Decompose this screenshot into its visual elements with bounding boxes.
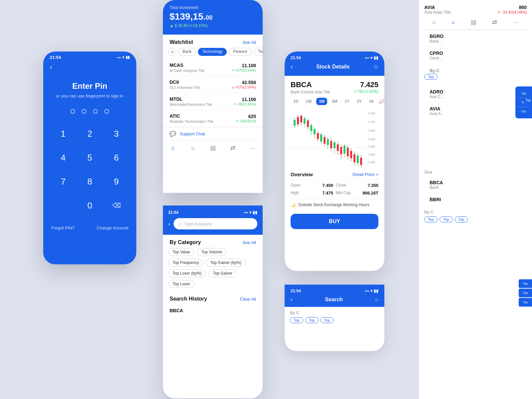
key-delete[interactable]: ⌫ — [106, 195, 127, 216]
svg-rect-39 — [343, 146, 345, 154]
svg-rect-45 — [353, 154, 355, 162]
svg-rect-29 — [327, 139, 329, 145]
search-battery-icon: ▮▮ — [253, 210, 257, 215]
right-bbri-item[interactable]: BBRI — [424, 194, 527, 206]
bs-tags: Top Top Top — [290, 317, 379, 323]
tag-top-gainer[interactable]: Top Gainer — [208, 269, 237, 277]
watchlist-see-all[interactable]: See All — [243, 40, 256, 45]
bookmark-icon[interactable]: ☆ — [373, 63, 378, 70]
total-dollars: $139,15. — [170, 11, 206, 22]
change-account-link[interactable]: Change Account — [97, 225, 128, 230]
time-5y[interactable]: 5Y — [354, 98, 364, 105]
svg-rect-17 — [307, 120, 309, 127]
right-sea-label: Sea — [424, 170, 527, 175]
right-avia-price: 860 — [497, 5, 527, 10]
svg-text:7.200: 7.200 — [368, 161, 375, 164]
tag-technology[interactable]: Technology — [198, 48, 227, 56]
more-nav-icon[interactable]: ⋯ — [249, 144, 257, 152]
support-chat[interactable]: 💬 Support Chat — [163, 127, 263, 140]
key-6[interactable]: 6 — [106, 147, 127, 168]
key-5[interactable]: 5 — [79, 147, 100, 168]
right-avia2-item[interactable]: AVIA Avia A... — [424, 103, 527, 120]
bs-tag-1[interactable]: Top — [290, 317, 303, 323]
right-bgro-item[interactable]: BGRO Bank... — [424, 30, 527, 47]
right-tag-top-a[interactable]: Top — [424, 216, 438, 222]
svg-rect-13 — [300, 116, 302, 122]
bs-page-title: Search — [325, 297, 342, 303]
key-8[interactable]: 8 — [79, 171, 100, 192]
key-3[interactable]: 3 — [106, 123, 127, 144]
right-more-icon[interactable]: ⋯ — [513, 19, 519, 26]
bottom-search-card: 21:54 ▪▪▪ ▾ ▮▮ ‹ Search ⌕ By C Top Top T… — [285, 285, 384, 351]
by-category-title: By Category — [170, 239, 201, 245]
right-tag-1[interactable]: Top — [424, 74, 438, 80]
tag-bank[interactable]: Bank — [178, 48, 196, 56]
chart-type-icon[interactable]: 📈 — [379, 99, 384, 104]
tag-top-loser-pct[interactable]: Top Loser (by%) — [168, 269, 206, 277]
right-adro-item[interactable]: ADRO Ace C... — [424, 86, 527, 103]
portfolio-nav-icon[interactable]: ▤ — [209, 144, 217, 152]
home-nav-icon[interactable]: ⌂ — [169, 144, 177, 152]
bs-search-icon[interactable]: ⌕ — [375, 297, 378, 303]
add-tag-button[interactable]: + — [168, 48, 176, 56]
stock-item-mcas[interactable]: MCAS M Cash Integrasi Tbk. 11.100 ↗ +275… — [163, 59, 263, 76]
time-3m[interactable]: 3M — [329, 98, 340, 105]
svg-text:7.300: 7.300 — [368, 153, 375, 156]
tag-top-fr[interactable]: Top Fr... — [254, 48, 263, 56]
clear-all-button[interactable]: Clear All — [240, 297, 256, 302]
bs-back-button[interactable]: ‹ — [291, 296, 293, 303]
bs-tag-2[interactable]: Top — [305, 317, 319, 323]
high-label: High — [291, 191, 299, 196]
search-placeholder: Type Keyword — [184, 221, 211, 226]
right-search-icon[interactable]: ⌕ — [452, 19, 455, 26]
tag-top-frequency[interactable]: Top Frequency — [168, 259, 203, 267]
dcii-change: ↘ +275(2,54%) — [231, 85, 256, 89]
detail-price-link[interactable]: Detail Price > — [352, 172, 378, 177]
buy-button[interactable]: BUY — [291, 214, 378, 229]
tag-top-volume[interactable]: Top Volume — [197, 248, 226, 256]
category-see-all[interactable]: See All — [243, 240, 256, 245]
svg-rect-15 — [304, 118, 306, 124]
svg-text:7.700: 7.700 — [368, 120, 375, 124]
time-1d[interactable]: 1D — [291, 98, 301, 105]
right-cpro-item[interactable]: CPRO Centr... — [424, 47, 527, 64]
right-tag-top-b[interactable]: Top — [440, 216, 453, 222]
right-tag-top-c[interactable]: Top — [455, 216, 468, 222]
close-value: 7.350 — [367, 183, 378, 188]
stock-back-button[interactable]: ‹ — [291, 63, 293, 70]
stock-item-atic[interactable]: ATIC Anabatic Technologies Tbk. 625 ↗ +5… — [163, 110, 263, 127]
history-item-bbca[interactable]: BBCA — [163, 305, 263, 317]
stock-item-mtdl[interactable]: MTDL Metrodata Electronics Tbk. 11.100 ↗… — [163, 93, 263, 110]
atic-change: ↗ +5(0,81%) — [235, 119, 256, 123]
back-button[interactable]: ‹ — [50, 63, 130, 71]
stock-item-dcii[interactable]: DCII DCI Indonesia Tbk. 42.550 ↘ +275(2,… — [163, 76, 263, 93]
tag-top-loser[interactable]: Top Loser — [168, 280, 195, 288]
search-back-button[interactable]: ‹ — [168, 220, 170, 227]
bs-tag-3[interactable]: Top — [321, 317, 334, 323]
key-0[interactable]: 0 — [79, 195, 100, 216]
svg-rect-37 — [340, 147, 342, 154]
search-input[interactable]: ⌕ Type Keyword — [174, 218, 257, 229]
tag-top-value[interactable]: Top Value — [168, 248, 194, 256]
time-all[interactable]: All — [366, 98, 376, 105]
key-7[interactable]: 7 — [53, 171, 74, 192]
time-1y[interactable]: 1Y — [342, 98, 352, 105]
tag-top-gainer-pct[interactable]: Top Gainer (by%) — [206, 259, 245, 267]
bs-time: 21:54 — [291, 289, 301, 293]
key-9[interactable]: 9 — [106, 171, 127, 192]
right-bbca-item[interactable]: BBCA Bank — [424, 177, 527, 194]
tag-finance[interactable]: Finance — [229, 48, 252, 56]
search-nav-icon[interactable]: ⌕ — [189, 144, 197, 152]
search-header: 21:54 ▪▪▪ ▾ ▮▮ ‹ ⌕ Type Keyword — [163, 205, 263, 235]
forgot-pin-link[interactable]: Forgot PIN? — [51, 225, 74, 230]
right-portfolio-icon[interactable]: ▤ — [471, 19, 476, 26]
key-1[interactable]: 1 — [53, 123, 74, 144]
overview-label: Overview — [291, 172, 313, 177]
time-1w[interactable]: 1W — [303, 98, 314, 105]
trade-nav-icon[interactable]: ⇄ — [229, 144, 237, 152]
time-1m[interactable]: 1M — [316, 98, 327, 105]
right-trade-icon[interactable]: ⇄ — [492, 19, 497, 26]
key-4[interactable]: 4 — [53, 147, 74, 168]
right-home-icon[interactable]: ⌂ — [432, 19, 436, 26]
key-2[interactable]: 2 — [79, 123, 100, 144]
